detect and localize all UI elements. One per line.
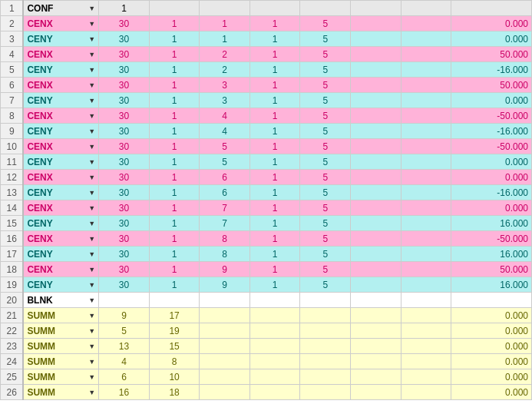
data-cell-col7[interactable] [401,154,451,170]
data-cell-col1[interactable]: 30 [99,277,150,293]
type-cell[interactable]: CENX▼ [23,262,98,277]
data-cell-col3[interactable]: 7 [200,200,250,216]
type-cell[interactable]: SUMM▼ [23,323,98,339]
data-cell-col4[interactable]: 1 [249,170,300,185]
data-cell-col6[interactable] [351,385,401,400]
data-cell-col7[interactable] [401,200,451,216]
data-cell-col5[interactable]: 5 [300,139,351,154]
data-cell-col6[interactable] [351,262,401,277]
data-cell-col2[interactable]: 1 [149,108,200,124]
data-cell-col7[interactable] [401,354,451,369]
data-cell-col3[interactable] [200,323,250,339]
data-cell-col1[interactable]: 30 [99,231,150,247]
data-cell-col1[interactable]: 30 [99,154,150,170]
data-cell-col5[interactable]: 5 [300,277,351,293]
data-cell-col3[interactable]: 2 [200,47,250,62]
data-cell-col5[interactable]: 5 [300,185,351,200]
type-cell[interactable]: CENY▼ [23,185,98,200]
data-cell-col7[interactable] [401,124,451,139]
data-cell-col5[interactable]: 5 [300,247,351,262]
data-cell-col1[interactable]: 30 [99,262,150,277]
data-cell-col6[interactable] [351,339,401,354]
data-cell-col6[interactable] [351,308,401,323]
value-cell[interactable]: 16.000 [451,247,532,262]
dropdown-arrow-icon[interactable]: ▼ [88,358,95,366]
type-cell[interactable]: SUMM▼ [23,339,98,354]
data-cell-col5[interactable] [300,369,351,385]
data-cell-col1[interactable]: 13 [99,339,150,354]
data-cell-col4[interactable]: 1 [249,124,300,139]
data-cell-col2[interactable]: 1 [149,247,200,262]
value-cell[interactable]: 0.000 [451,369,532,385]
data-cell-col1[interactable]: 30 [99,78,150,93]
value-cell[interactable]: 16.000 [451,216,532,231]
data-cell-col1[interactable]: 30 [99,247,150,262]
data-cell-col6[interactable] [351,247,401,262]
data-cell-col7[interactable] [401,185,451,200]
value-cell[interactable]: 0.000 [451,200,532,216]
value-cell[interactable]: 0.000 [451,339,532,354]
dropdown-arrow-icon[interactable]: ▼ [88,296,95,304]
value-cell[interactable]: 50.000 [451,47,532,62]
data-cell-col1[interactable]: 30 [99,108,150,124]
data-cell-col4[interactable] [249,339,300,354]
data-cell-col4[interactable]: 1 [249,78,300,93]
type-cell[interactable]: CENY▼ [23,124,98,139]
data-cell-col6[interactable] [351,31,401,47]
data-cell-col7[interactable] [401,369,451,385]
data-cell-col5[interactable]: 5 [300,108,351,124]
data-cell-col6[interactable] [351,323,401,339]
data-cell-col4[interactable] [249,308,300,323]
type-cell[interactable]: SUMM▼ [23,369,98,385]
data-cell-col3[interactable] [200,369,250,385]
data-cell-col2[interactable]: 17 [149,308,200,323]
data-cell-col5[interactable] [300,323,351,339]
data-cell-col4[interactable] [249,385,300,400]
dropdown-arrow-icon[interactable]: ▼ [88,35,95,43]
data-cell-col6[interactable] [351,1,401,16]
data-cell-col7[interactable] [401,277,451,293]
data-cell-col2[interactable]: 1 [149,78,200,93]
value-cell[interactable]: -16.000 [451,185,532,200]
data-cell-col3[interactable]: 3 [200,93,250,108]
data-cell-col7[interactable] [401,47,451,62]
data-cell-col3[interactable]: 7 [200,216,250,231]
data-cell-col3[interactable]: 1 [200,16,250,31]
data-cell-col7[interactable] [401,93,451,108]
data-cell-col7[interactable] [401,231,451,247]
data-cell-col6[interactable] [351,62,401,78]
data-cell-col5[interactable]: 5 [300,62,351,78]
data-cell-col1[interactable]: 30 [99,31,150,47]
value-cell[interactable]: -50.000 [451,139,532,154]
data-cell-col6[interactable] [351,93,401,108]
data-cell-col7[interactable] [401,78,451,93]
value-cell[interactable] [451,293,532,308]
data-cell-col5[interactable]: 5 [300,154,351,170]
dropdown-arrow-icon[interactable]: ▼ [88,389,95,396]
data-cell-col1[interactable]: 30 [99,185,150,200]
data-cell-col4[interactable]: 1 [249,139,300,154]
data-cell-col7[interactable] [401,247,451,262]
value-cell[interactable]: 0.000 [451,308,532,323]
data-cell-col1[interactable]: 30 [99,200,150,216]
dropdown-arrow-icon[interactable]: ▼ [88,51,95,58]
data-cell-col5[interactable]: 5 [300,78,351,93]
data-cell-col2[interactable]: 1 [149,62,200,78]
dropdown-arrow-icon[interactable]: ▼ [88,312,95,320]
data-cell-col4[interactable]: 1 [249,16,300,31]
dropdown-arrow-icon[interactable]: ▼ [88,250,95,258]
type-cell[interactable]: CENY▼ [23,247,98,262]
data-cell-col4[interactable] [249,1,300,16]
data-cell-col2[interactable]: 1 [149,16,200,31]
data-cell-col2[interactable]: 1 [149,170,200,185]
data-cell-col6[interactable] [351,78,401,93]
data-cell-col6[interactable] [351,293,401,308]
data-cell-col2[interactable]: 1 [149,93,200,108]
data-cell-col3[interactable] [200,339,250,354]
data-cell-col6[interactable] [351,47,401,62]
data-cell-col1[interactable]: 16 [99,385,150,400]
value-cell[interactable]: 0.000 [451,16,532,31]
data-cell-col2[interactable]: 1 [149,139,200,154]
data-cell-col6[interactable] [351,154,401,170]
data-cell-col2[interactable]: 1 [149,216,200,231]
